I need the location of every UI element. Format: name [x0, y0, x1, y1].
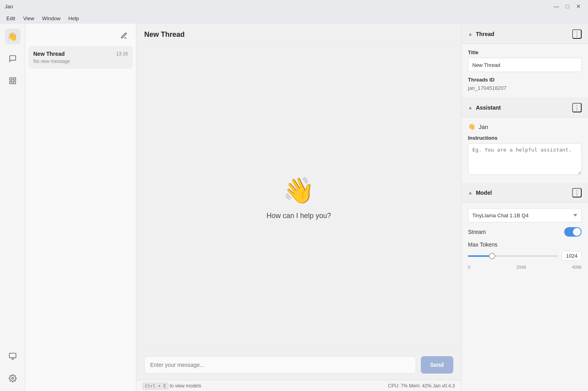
- toggle-knob: [573, 228, 581, 236]
- slider-mid: 2048: [516, 265, 526, 270]
- slider-labels: 0 2048 4096: [468, 265, 582, 270]
- sidebar-item-settings[interactable]: [5, 370, 21, 386]
- new-thread-button[interactable]: [118, 30, 130, 41]
- chat-column: New Thread 👋 How can I help you? Send Ct…: [136, 24, 461, 391]
- stream-toggle[interactable]: [564, 227, 582, 237]
- model-chevron-icon[interactable]: ▲: [468, 190, 473, 196]
- sidebar-item-monitor[interactable]: [5, 348, 21, 364]
- menu-window[interactable]: Window: [39, 15, 63, 22]
- thread-list: New Thread 13:16 No new message: [25, 24, 136, 391]
- stream-label: Stream: [468, 229, 486, 235]
- thread-item-header: New Thread 13:16: [33, 51, 128, 57]
- panel-section-assistant-header: ▲ Assistant ⋮: [462, 97, 588, 118]
- thread-item-time: 13:16: [116, 51, 128, 57]
- maximize-button[interactable]: □: [563, 2, 572, 11]
- system-info: CPU: 7% Mem: 42% Jan v0.4.3: [388, 383, 455, 389]
- thread-list-header: [29, 27, 133, 46]
- thread-id-value: jan_1704518207: [468, 85, 582, 91]
- icon-bar: 👋: [0, 24, 25, 391]
- panel-section-thread-header: ▲ Thread ⋮: [462, 24, 588, 44]
- panel-thread-title: ▲ Thread: [468, 31, 494, 37]
- thread-item-preview: No new message: [33, 59, 128, 64]
- menu-bar: Edit View Window Help: [0, 13, 588, 24]
- thread-more-button[interactable]: ⋮: [572, 29, 582, 39]
- svg-point-7: [11, 378, 13, 380]
- thread-item-name: New Thread: [33, 51, 65, 57]
- message-input[interactable]: [144, 356, 416, 374]
- chat-title: New Thread: [144, 30, 185, 39]
- panel-model-body: TinyLlama Chat 1.1B Q4Other Model Stream…: [462, 203, 588, 275]
- welcome-text: How can I help you?: [266, 212, 331, 220]
- status-bar: Ctrl + E to view models CPU: 7% Mem: 42%…: [136, 380, 461, 391]
- send-button[interactable]: Send: [421, 356, 453, 374]
- assistant-chevron-icon[interactable]: ▲: [468, 105, 473, 110]
- thread-item[interactable]: New Thread 13:16 No new message: [29, 46, 133, 69]
- menu-view[interactable]: View: [20, 15, 37, 22]
- instructions-input[interactable]: [468, 143, 582, 175]
- max-tokens-label: Max Tokens: [468, 241, 582, 248]
- shortcut-text: to view models: [170, 383, 201, 389]
- right-panel: ▲ Thread ⋮ Title Threads ID jan_17045182…: [461, 24, 588, 391]
- chat-messages: 👋 How can I help you?: [136, 46, 461, 349]
- slider-container: 1024: [468, 251, 582, 261]
- thread-title-label: Title: [468, 49, 582, 55]
- slider-max: 4096: [572, 265, 582, 270]
- thread-id-label: Threads ID: [468, 77, 582, 83]
- max-tokens-value: 1024: [562, 251, 582, 261]
- chat-header: New Thread: [136, 24, 461, 46]
- panel-assistant-title: ▲ Assistant: [468, 104, 501, 111]
- status-shortcut: Ctrl + E to view models: [143, 383, 201, 389]
- instructions-field: Instructions: [468, 135, 582, 176]
- panel-section-assistant: ▲ Assistant ⋮ 👋 Jan Instructions: [462, 97, 588, 182]
- main-row: 👋: [0, 24, 588, 391]
- thread-id-field: Threads ID jan_1704518207: [468, 77, 582, 91]
- max-tokens-slider[interactable]: [468, 255, 558, 257]
- panel-section-thread: ▲ Thread ⋮ Title Threads ID jan_17045182…: [462, 24, 588, 97]
- slider-min: 0: [468, 265, 470, 270]
- sidebar-item-chat[interactable]: [5, 51, 21, 66]
- title-bar-controls: — □ ✕: [552, 2, 583, 11]
- panel-section-model: ▲ Model ⋮ TinyLlama Chat 1.1B Q4Other Mo…: [462, 182, 588, 275]
- sidebar-item-home[interactable]: 👋: [5, 28, 21, 44]
- stream-row: Stream: [468, 227, 582, 237]
- chat-input-area: Send: [136, 349, 461, 380]
- menu-help[interactable]: Help: [65, 15, 82, 22]
- svg-rect-4: [9, 353, 16, 358]
- app-name: Jan: [5, 4, 13, 9]
- model-select[interactable]: TinyLlama Chat 1.1B Q4Other Model: [468, 208, 582, 222]
- thread-title-input[interactable]: [468, 58, 582, 72]
- title-bar: Jan — □ ✕: [0, 0, 588, 13]
- assistant-name: Jan: [479, 123, 488, 130]
- welcome-emoji: 👋: [283, 176, 315, 205]
- assistant-emoji: 👋: [468, 123, 475, 130]
- minimize-button[interactable]: —: [552, 2, 561, 11]
- close-button[interactable]: ✕: [574, 2, 583, 11]
- assistant-name-row: 👋 Jan: [468, 123, 582, 130]
- panel-thread-body: Title Threads ID jan_1704518207: [462, 44, 588, 97]
- app-layout: 👋: [0, 24, 588, 391]
- svg-rect-2: [10, 82, 12, 84]
- title-bar-left: Jan: [5, 4, 13, 9]
- thread-title-field: Title: [468, 49, 582, 72]
- model-more-button[interactable]: ⋮: [572, 188, 582, 197]
- assistant-more-button[interactable]: ⋮: [572, 103, 582, 112]
- shortcut-key: Ctrl + E: [143, 383, 168, 389]
- panel-model-title: ▲ Model: [468, 190, 492, 196]
- panel-section-model-header: ▲ Model ⋮: [462, 182, 588, 203]
- svg-rect-3: [13, 82, 15, 84]
- svg-rect-0: [10, 78, 12, 80]
- sidebar-item-grid[interactable]: [5, 73, 21, 89]
- max-tokens-row: Max Tokens 1024 0 2048 4096: [468, 241, 582, 270]
- instructions-label: Instructions: [468, 135, 582, 141]
- svg-rect-1: [13, 78, 15, 80]
- panel-assistant-body: 👋 Jan Instructions: [462, 118, 588, 182]
- menu-edit[interactable]: Edit: [3, 15, 18, 22]
- thread-chevron-icon[interactable]: ▲: [468, 31, 473, 37]
